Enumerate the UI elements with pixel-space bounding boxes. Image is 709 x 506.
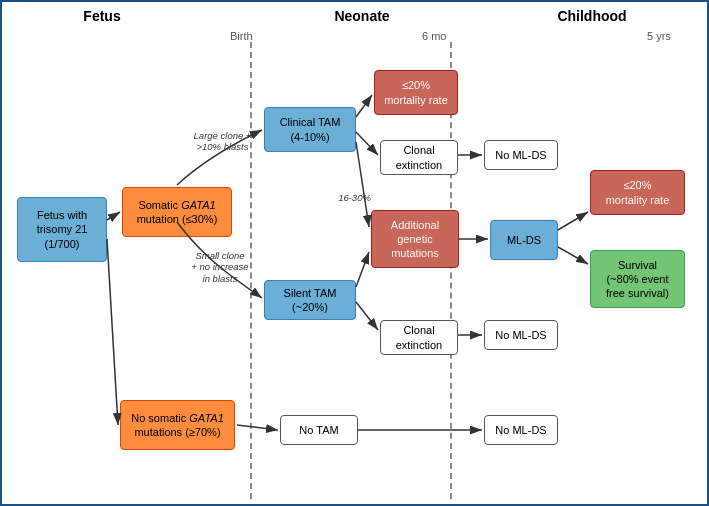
box-ml-ds: ML-DS	[490, 220, 558, 260]
box-survival: Survival(~80% eventfree survival)	[590, 250, 685, 308]
svg-line-5	[356, 142, 369, 227]
annotation-large-clone: Large clone +>10% blasts	[185, 130, 260, 153]
svg-line-6	[356, 252, 369, 287]
time-birth: Birth	[230, 30, 253, 42]
box-no-mlds-1: No ML-DS	[484, 140, 558, 170]
box-clinical-tam: Clinical TAM(4-10%)	[264, 107, 356, 152]
svg-line-13	[558, 212, 588, 230]
col-header-fetus: Fetus	[42, 8, 162, 24]
svg-line-11	[237, 425, 278, 430]
box-no-mlds-3: No ML-DS	[484, 415, 558, 445]
box-fetus: Fetus with trisomy 21 (1/700)	[17, 197, 107, 262]
col-header-childhood: Childhood	[502, 8, 682, 24]
box-silent-tam: Silent TAM(~20%)	[264, 280, 356, 320]
box-no-somatic: No somatic GATA1mutations (≥70%)	[120, 400, 235, 450]
box-add-genetic: Additionalgeneticmutations	[371, 210, 459, 268]
svg-line-4	[356, 132, 378, 155]
annotation-small-clone: Small clone+ no increasein blasts	[180, 250, 260, 284]
box-clonal-ext-bot: Clonalextinction	[380, 320, 458, 355]
diagram-container: Fetus Neonate Childhood Birth 6 mo 5 yrs…	[0, 0, 709, 506]
time-6mo: 6 mo	[422, 30, 446, 42]
col-header-neonate: Neonate	[272, 8, 452, 24]
box-somatic: Somatic GATA1mutation (≤30%)	[122, 187, 232, 237]
box-clonal-ext-top: Clonalextinction	[380, 140, 458, 175]
annotation-pct: 16-30%	[332, 192, 377, 203]
box-mortality-top: ≤20%mortality rate	[374, 70, 458, 115]
box-no-mlds-2: No ML-DS	[484, 320, 558, 350]
time-5yrs: 5 yrs	[647, 30, 671, 42]
svg-line-14	[558, 247, 588, 264]
box-no-tam: No TAM	[280, 415, 358, 445]
svg-line-1	[107, 212, 120, 220]
svg-line-2	[107, 239, 118, 425]
svg-line-3	[356, 95, 372, 117]
svg-line-7	[356, 302, 378, 330]
box-mortality-right: ≤20%mortality rate	[590, 170, 685, 215]
